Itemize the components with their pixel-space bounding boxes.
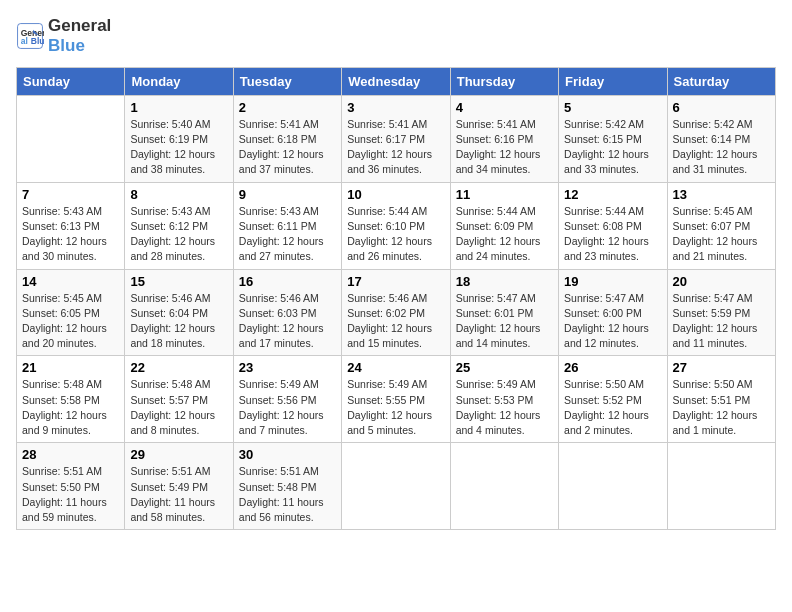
day-number: 16 — [239, 274, 336, 289]
day-info: Sunrise: 5:45 AM Sunset: 6:05 PM Dayligh… — [22, 291, 119, 352]
day-cell: 1Sunrise: 5:40 AM Sunset: 6:19 PM Daylig… — [125, 95, 233, 182]
day-info: Sunrise: 5:47 AM Sunset: 6:01 PM Dayligh… — [456, 291, 553, 352]
day-number: 8 — [130, 187, 227, 202]
day-number: 18 — [456, 274, 553, 289]
day-cell: 25Sunrise: 5:49 AM Sunset: 5:53 PM Dayli… — [450, 356, 558, 443]
day-cell: 21Sunrise: 5:48 AM Sunset: 5:58 PM Dayli… — [17, 356, 125, 443]
day-number: 3 — [347, 100, 444, 115]
weekday-header-thursday: Thursday — [450, 67, 558, 95]
day-info: Sunrise: 5:43 AM Sunset: 6:11 PM Dayligh… — [239, 204, 336, 265]
weekday-header-friday: Friday — [559, 67, 667, 95]
day-number: 24 — [347, 360, 444, 375]
week-row-4: 21Sunrise: 5:48 AM Sunset: 5:58 PM Dayli… — [17, 356, 776, 443]
day-info: Sunrise: 5:41 AM Sunset: 6:16 PM Dayligh… — [456, 117, 553, 178]
day-cell: 8Sunrise: 5:43 AM Sunset: 6:12 PM Daylig… — [125, 182, 233, 269]
weekday-header-saturday: Saturday — [667, 67, 775, 95]
svg-text:al: al — [21, 36, 28, 46]
day-cell: 22Sunrise: 5:48 AM Sunset: 5:57 PM Dayli… — [125, 356, 233, 443]
weekday-header-wednesday: Wednesday — [342, 67, 450, 95]
day-cell: 11Sunrise: 5:44 AM Sunset: 6:09 PM Dayli… — [450, 182, 558, 269]
day-number: 23 — [239, 360, 336, 375]
day-number: 19 — [564, 274, 661, 289]
week-row-5: 28Sunrise: 5:51 AM Sunset: 5:50 PM Dayli… — [17, 443, 776, 530]
day-cell: 10Sunrise: 5:44 AM Sunset: 6:10 PM Dayli… — [342, 182, 450, 269]
day-info: Sunrise: 5:49 AM Sunset: 5:53 PM Dayligh… — [456, 377, 553, 438]
day-number: 30 — [239, 447, 336, 462]
day-cell: 17Sunrise: 5:46 AM Sunset: 6:02 PM Dayli… — [342, 269, 450, 356]
day-cell: 9Sunrise: 5:43 AM Sunset: 6:11 PM Daylig… — [233, 182, 341, 269]
day-cell: 24Sunrise: 5:49 AM Sunset: 5:55 PM Dayli… — [342, 356, 450, 443]
weekday-header-monday: Monday — [125, 67, 233, 95]
day-cell: 14Sunrise: 5:45 AM Sunset: 6:05 PM Dayli… — [17, 269, 125, 356]
day-cell: 19Sunrise: 5:47 AM Sunset: 6:00 PM Dayli… — [559, 269, 667, 356]
day-cell: 6Sunrise: 5:42 AM Sunset: 6:14 PM Daylig… — [667, 95, 775, 182]
day-info: Sunrise: 5:40 AM Sunset: 6:19 PM Dayligh… — [130, 117, 227, 178]
day-cell: 2Sunrise: 5:41 AM Sunset: 6:18 PM Daylig… — [233, 95, 341, 182]
day-info: Sunrise: 5:46 AM Sunset: 6:04 PM Dayligh… — [130, 291, 227, 352]
day-info: Sunrise: 5:47 AM Sunset: 6:00 PM Dayligh… — [564, 291, 661, 352]
day-number: 4 — [456, 100, 553, 115]
day-info: Sunrise: 5:51 AM Sunset: 5:48 PM Dayligh… — [239, 464, 336, 525]
day-cell: 4Sunrise: 5:41 AM Sunset: 6:16 PM Daylig… — [450, 95, 558, 182]
day-info: Sunrise: 5:44 AM Sunset: 6:08 PM Dayligh… — [564, 204, 661, 265]
week-row-1: 1Sunrise: 5:40 AM Sunset: 6:19 PM Daylig… — [17, 95, 776, 182]
day-number: 7 — [22, 187, 119, 202]
day-info: Sunrise: 5:42 AM Sunset: 6:15 PM Dayligh… — [564, 117, 661, 178]
weekday-header-row: SundayMondayTuesdayWednesdayThursdayFrid… — [17, 67, 776, 95]
day-number: 11 — [456, 187, 553, 202]
day-info: Sunrise: 5:49 AM Sunset: 5:55 PM Dayligh… — [347, 377, 444, 438]
day-cell: 28Sunrise: 5:51 AM Sunset: 5:50 PM Dayli… — [17, 443, 125, 530]
day-cell: 12Sunrise: 5:44 AM Sunset: 6:08 PM Dayli… — [559, 182, 667, 269]
day-number: 13 — [673, 187, 770, 202]
day-number: 10 — [347, 187, 444, 202]
day-info: Sunrise: 5:46 AM Sunset: 6:03 PM Dayligh… — [239, 291, 336, 352]
day-info: Sunrise: 5:44 AM Sunset: 6:09 PM Dayligh… — [456, 204, 553, 265]
day-cell — [559, 443, 667, 530]
day-number: 15 — [130, 274, 227, 289]
day-info: Sunrise: 5:45 AM Sunset: 6:07 PM Dayligh… — [673, 204, 770, 265]
day-info: Sunrise: 5:49 AM Sunset: 5:56 PM Dayligh… — [239, 377, 336, 438]
day-number: 20 — [673, 274, 770, 289]
day-number: 1 — [130, 100, 227, 115]
week-row-3: 14Sunrise: 5:45 AM Sunset: 6:05 PM Dayli… — [17, 269, 776, 356]
day-cell: 7Sunrise: 5:43 AM Sunset: 6:13 PM Daylig… — [17, 182, 125, 269]
day-cell: 30Sunrise: 5:51 AM Sunset: 5:48 PM Dayli… — [233, 443, 341, 530]
day-number: 27 — [673, 360, 770, 375]
day-number: 6 — [673, 100, 770, 115]
day-cell: 27Sunrise: 5:50 AM Sunset: 5:51 PM Dayli… — [667, 356, 775, 443]
day-cell: 20Sunrise: 5:47 AM Sunset: 5:59 PM Dayli… — [667, 269, 775, 356]
day-cell — [450, 443, 558, 530]
day-cell — [667, 443, 775, 530]
logo: Gener al Blue General Blue — [16, 16, 111, 57]
day-info: Sunrise: 5:50 AM Sunset: 5:52 PM Dayligh… — [564, 377, 661, 438]
header: Gener al Blue General Blue — [16, 16, 776, 57]
day-info: Sunrise: 5:42 AM Sunset: 6:14 PM Dayligh… — [673, 117, 770, 178]
day-cell — [342, 443, 450, 530]
calendar-table: SundayMondayTuesdayWednesdayThursdayFrid… — [16, 67, 776, 530]
day-info: Sunrise: 5:41 AM Sunset: 6:17 PM Dayligh… — [347, 117, 444, 178]
day-info: Sunrise: 5:46 AM Sunset: 6:02 PM Dayligh… — [347, 291, 444, 352]
day-cell: 26Sunrise: 5:50 AM Sunset: 5:52 PM Dayli… — [559, 356, 667, 443]
day-info: Sunrise: 5:41 AM Sunset: 6:18 PM Dayligh… — [239, 117, 336, 178]
week-row-2: 7Sunrise: 5:43 AM Sunset: 6:13 PM Daylig… — [17, 182, 776, 269]
logo-text: General Blue — [48, 16, 111, 57]
logo-icon: Gener al Blue — [16, 22, 44, 50]
day-number: 22 — [130, 360, 227, 375]
day-cell: 3Sunrise: 5:41 AM Sunset: 6:17 PM Daylig… — [342, 95, 450, 182]
day-cell: 18Sunrise: 5:47 AM Sunset: 6:01 PM Dayli… — [450, 269, 558, 356]
day-info: Sunrise: 5:43 AM Sunset: 6:12 PM Dayligh… — [130, 204, 227, 265]
day-number: 12 — [564, 187, 661, 202]
day-number: 2 — [239, 100, 336, 115]
svg-text:Blue: Blue — [31, 36, 44, 46]
day-number: 17 — [347, 274, 444, 289]
day-cell: 13Sunrise: 5:45 AM Sunset: 6:07 PM Dayli… — [667, 182, 775, 269]
day-number: 29 — [130, 447, 227, 462]
day-info: Sunrise: 5:51 AM Sunset: 5:50 PM Dayligh… — [22, 464, 119, 525]
day-number: 9 — [239, 187, 336, 202]
day-cell: 23Sunrise: 5:49 AM Sunset: 5:56 PM Dayli… — [233, 356, 341, 443]
day-cell — [17, 95, 125, 182]
day-cell: 5Sunrise: 5:42 AM Sunset: 6:15 PM Daylig… — [559, 95, 667, 182]
day-info: Sunrise: 5:43 AM Sunset: 6:13 PM Dayligh… — [22, 204, 119, 265]
day-info: Sunrise: 5:51 AM Sunset: 5:49 PM Dayligh… — [130, 464, 227, 525]
day-number: 21 — [22, 360, 119, 375]
